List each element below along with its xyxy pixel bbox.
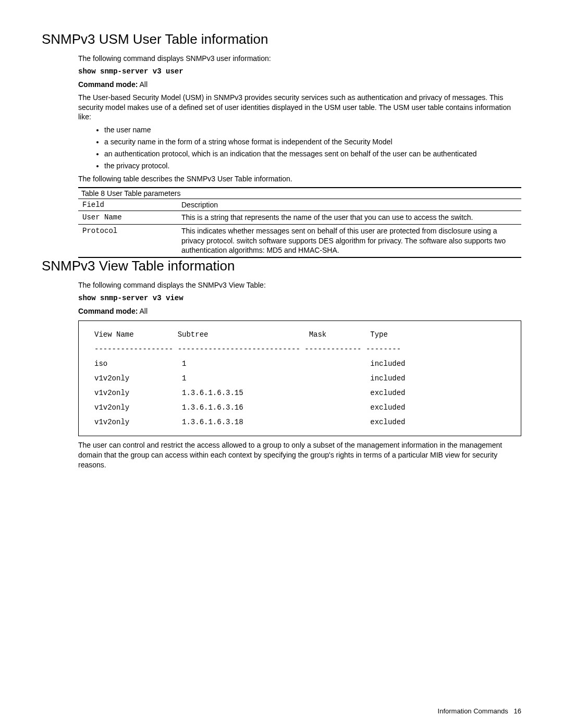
section2-body: The following command displays the SNMPv… [78,280,521,470]
section1-bullet-list: the user name a security name in the for… [78,125,521,171]
section1-mode-label: Command mode: [78,80,138,89]
table-header-desc: Description [177,199,521,211]
section1-mode: Command mode: All [78,80,521,90]
section2-command: show snmp-server v3 view [78,293,521,303]
page-footer: Information Commands 16 [438,707,521,715]
list-item: a security name in the form of a string … [104,137,521,147]
list-item: the user name [104,125,521,135]
table-cell-desc: This indicates whether messages sent on … [177,224,521,257]
view-table-output: View Name Subtree Mask Type ------------… [78,320,521,436]
section1-body: The following command displays SNMPv3 us… [78,54,521,258]
table-cell-field: Protocol [78,224,177,257]
table-row: Protocol This indicates whether messages… [78,224,521,257]
table-header-field: Field [78,199,177,211]
section1-para2: The following table describes the SNMPv3… [78,174,521,184]
table-caption: Table 8 User Table parameters [78,187,521,199]
table-cell-desc: This is a string that represents the nam… [177,211,521,224]
section1-command: show snmp-server v3 user [78,67,521,77]
section2-title: SNMPv3 View Table information [42,258,521,274]
section1-intro: The following command displays SNMPv3 us… [78,54,521,64]
table-row: User Name This is a string that represen… [78,211,521,224]
section1-title: SNMPv3 USM User Table information [42,31,521,47]
section2-mode-label: Command mode: [78,307,138,315]
table-cell-field: User Name [78,211,177,224]
section2-para1: The user can control and restrict the ac… [78,440,521,470]
section2-intro: The following command displays the SNMPv… [78,280,521,290]
footer-page: 16 [514,707,521,715]
footer-label: Information Commands [438,707,508,715]
section2-mode-value: All [138,307,148,315]
user-table-params: Table 8 User Table parameters Field Desc… [78,187,521,258]
list-item: an authentication protocol, which is an … [104,149,521,159]
section1-para1: The User-based Security Model (USM) in S… [78,93,521,122]
section2-mode: Command mode: All [78,306,521,316]
section1-mode-value: All [138,80,148,89]
list-item: the privacy protocol. [104,161,521,171]
